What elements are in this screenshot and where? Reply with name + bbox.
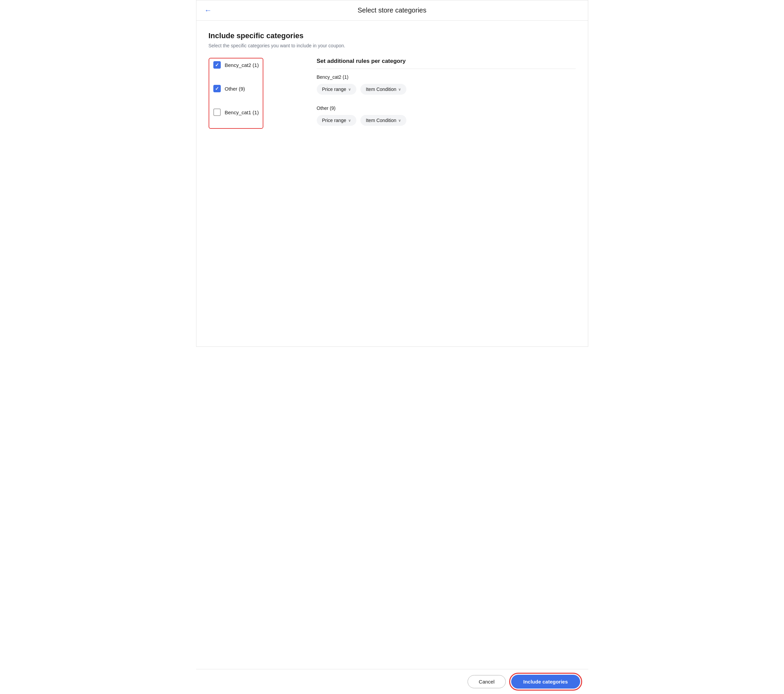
price-range-label-2: Price range: [322, 118, 346, 123]
rule-category-name: Bency_cat2 (1): [317, 74, 576, 80]
rule-buttons: Price range ∨ Item Condition ∨: [317, 115, 576, 126]
rules-panel: Set additional rules per category Bency_…: [317, 58, 576, 136]
back-button[interactable]: ←: [202, 5, 215, 16]
item-condition-dropdown-1[interactable]: Item Condition ∨: [361, 84, 406, 95]
chevron-down-icon: ∨: [398, 87, 401, 92]
rules-panel-title: Set additional rules per category: [317, 58, 576, 69]
page-header: ← Select store categories: [196, 0, 588, 21]
rule-category-bency-cat2: Bency_cat2 (1) Price range ∨ Item Condit…: [317, 74, 576, 95]
checkmark-icon: ✓: [215, 62, 219, 67]
checkbox-bency-cat2[interactable]: ✓: [213, 61, 221, 69]
checkbox-group-box: ✓ Bency_cat2 (1) ✓ Other (9) Bency: [209, 58, 264, 129]
category-label-other: Other (9): [225, 86, 245, 92]
main-content: Include specific categories Select the s…: [196, 21, 588, 347]
chevron-down-icon: ∨: [348, 87, 351, 92]
rule-category-name: Other (9): [317, 105, 576, 111]
price-range-dropdown-2[interactable]: Price range ∨: [317, 115, 357, 126]
two-column-layout: ✓ Bency_cat2 (1) ✓ Other (9) Bency: [209, 58, 576, 136]
price-range-label-1: Price range: [322, 87, 346, 92]
chevron-down-icon: ∨: [398, 118, 401, 123]
rule-category-other: Other (9) Price range ∨ Item Condition ∨: [317, 105, 576, 126]
section-subtitle: Select the specific categories you want …: [209, 43, 576, 48]
price-range-dropdown-1[interactable]: Price range ∨: [317, 84, 357, 95]
chevron-down-icon: ∨: [348, 118, 351, 123]
checkbox-other[interactable]: ✓: [213, 85, 221, 92]
category-label-bency-cat1: Bency_cat1 (1): [225, 110, 259, 115]
list-item: ✓ Bency_cat2 (1): [213, 61, 259, 69]
item-condition-label-1: Item Condition: [366, 87, 396, 92]
back-arrow-icon: ←: [204, 6, 212, 15]
category-label-bency-cat2: Bency_cat2 (1): [225, 62, 259, 68]
section-title: Include specific categories: [209, 31, 576, 40]
list-item: Bency_cat1 (1): [213, 109, 259, 116]
item-condition-dropdown-2[interactable]: Item Condition ∨: [361, 115, 406, 126]
list-item: ✓ Other (9): [213, 85, 259, 92]
checkbox-bency-cat1[interactable]: [213, 109, 221, 116]
categories-list: ✓ Bency_cat2 (1) ✓ Other (9) Bency: [209, 58, 303, 136]
page-title: Select store categories: [358, 7, 426, 14]
checkmark-icon: ✓: [215, 86, 219, 91]
rule-buttons: Price range ∨ Item Condition ∨: [317, 84, 576, 95]
item-condition-label-2: Item Condition: [366, 118, 396, 123]
